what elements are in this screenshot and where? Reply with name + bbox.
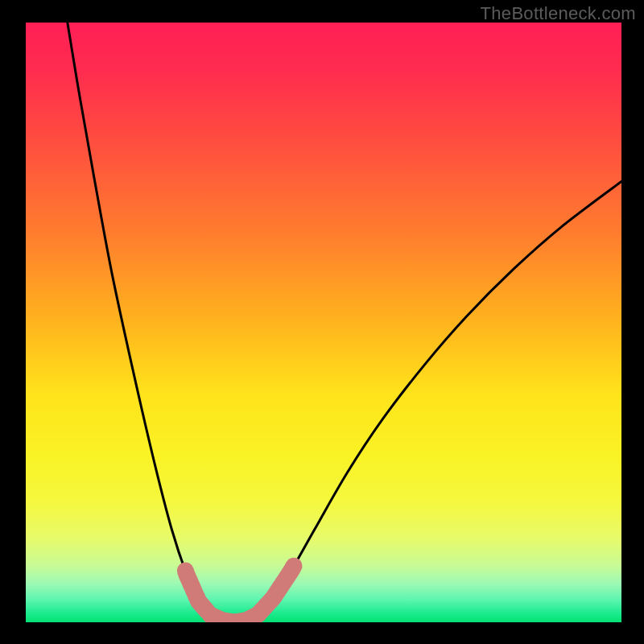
- chart-frame: TheBottleneck.com: [0, 0, 644, 644]
- bottleneck-chart: [0, 0, 644, 644]
- gradient-plot-area: [26, 23, 621, 622]
- watermark-text: TheBottleneck.com: [481, 3, 636, 24]
- highlight-segment: [286, 566, 294, 580]
- highlight-segment: [210, 615, 254, 622]
